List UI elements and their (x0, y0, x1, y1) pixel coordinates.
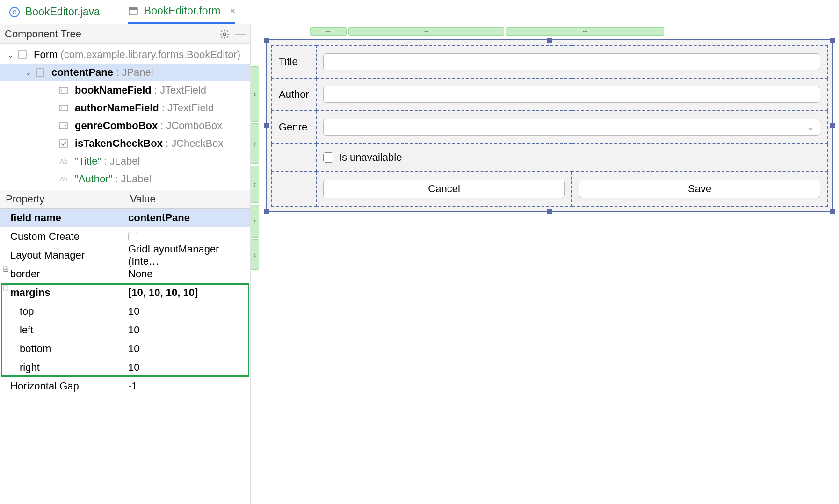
minimize-icon[interactable]: — (235, 28, 246, 40)
panel-title: Component Tree (5, 28, 81, 40)
svg-rect-11 (59, 123, 68, 129)
chevron-down-icon[interactable]: ⌄ (25, 68, 35, 77)
chevron-down-icon[interactable]: ⌄ (7, 50, 17, 59)
form-grid: Title Author Genre (271, 45, 828, 207)
col-size-handle[interactable]: ↔ (348, 27, 504, 36)
horizontal-gutter: ↔ ↔ ↔ (310, 27, 833, 36)
tree-genre-combo[interactable]: genreComboBox : JComboBox (0, 117, 250, 135)
prop-field-name[interactable]: field name contentPane (0, 209, 250, 227)
author-label[interactable]: Author (272, 78, 316, 111)
row-size-handle[interactable]: ↕ (251, 239, 259, 270)
tree-author-label[interactable]: Ab "Author" : JLabel (0, 170, 250, 188)
save-button[interactable]: Save (579, 180, 820, 198)
is-unavailable-checkbox[interactable] (323, 152, 333, 163)
svg-rect-3 (129, 7, 137, 10)
save-cell: Save (572, 172, 827, 206)
textfield-icon (58, 103, 69, 113)
vertical-gutter: ↕ ↕ ↕ ↕ ↕ (251, 24, 260, 504)
title-input[interactable] (323, 53, 820, 70)
panel-icon (35, 68, 46, 77)
empty-cell (272, 144, 316, 172)
svg-rect-6 (36, 69, 44, 76)
prop-horizontal-gap[interactable]: Horizontal Gap -1 (0, 377, 250, 396)
author-input[interactable] (323, 86, 820, 103)
checkbox-icon (58, 139, 69, 148)
col-size-handle[interactable]: ↔ (310, 27, 347, 36)
component-tree-header: Component Tree — (0, 24, 250, 44)
tree-root-form[interactable]: ⌄ Form (com.example.library.forms.BookEd… (0, 46, 250, 64)
chevron-down-icon: ⌄ (807, 122, 814, 132)
editor-tabs-bar: C BookEditor.java BookEditor.form × (0, 0, 839, 24)
prop-margin-left[interactable]: left 10 (0, 321, 250, 339)
combobox-icon (58, 121, 69, 130)
genre-field-cell[interactable]: ⌄ (316, 111, 827, 144)
genre-label[interactable]: Genre (272, 111, 316, 144)
tab-form-file[interactable]: BookEditor.form × (128, 0, 235, 24)
row-size-handle[interactable]: ↕ (251, 123, 259, 164)
row-size-handle[interactable]: ↕ (251, 205, 259, 238)
prop-layout-manager[interactable]: Layout Manager GridLayoutManager (Inte… (0, 246, 250, 265)
row-size-handle[interactable]: ↕ (251, 66, 259, 122)
form-designer: ↕ ↕ ↕ ↕ ↕ ↔ ↔ ↔ (251, 24, 839, 504)
tab-label: BookEditor.form (144, 5, 221, 17)
collapse-icon[interactable]: ⊟ (2, 283, 9, 292)
checkbox-cell[interactable]: Is unavailable (316, 144, 827, 172)
cancel-cell: Cancel (316, 172, 572, 206)
row-size-handle[interactable]: ↕ (251, 166, 259, 203)
title-field-cell[interactable] (316, 45, 827, 78)
genre-combobox[interactable]: ⌄ (323, 119, 820, 136)
properties-panel: Property Value field name contentPane Cu… (0, 190, 250, 504)
selection-handle[interactable] (547, 209, 552, 214)
prop-margin-bottom[interactable]: bottom 10 (0, 339, 250, 358)
tree-author-name-field[interactable]: authorNameField : JTextField (0, 99, 250, 117)
expand-icon[interactable]: ⊞ (2, 265, 9, 274)
empty-cell (272, 172, 316, 206)
left-panel: Component Tree — ⌄ Form (com.example.lib… (0, 24, 251, 504)
tree-book-name-field[interactable]: bookNameField : JTextField (0, 81, 250, 99)
prop-margin-right[interactable]: right 10 (0, 358, 250, 377)
custom-create-checkbox[interactable] (128, 232, 137, 241)
component-tree: ⌄ Form (com.example.library.forms.BookEd… (0, 44, 250, 190)
properties-header: Property Value (0, 190, 250, 209)
selection-handle[interactable] (830, 123, 835, 128)
form-canvas[interactable]: Title Author Genre (266, 39, 833, 212)
svg-rect-9 (59, 105, 68, 111)
prop-margins[interactable]: ⊟ margins [10, 10, 10, 10] (0, 283, 250, 302)
is-unavailable-label: Is unavailable (339, 151, 402, 164)
gear-icon[interactable] (219, 29, 230, 39)
textfield-icon (58, 86, 69, 95)
cancel-button[interactable]: Cancel (323, 180, 565, 198)
prop-border[interactable]: ⊞ border None (0, 265, 250, 283)
prop-margin-top[interactable]: top 10 (0, 302, 250, 321)
title-label[interactable]: Title (272, 45, 316, 78)
tab-java-file[interactable]: C BookEditor.java (9, 0, 100, 24)
form-icon (17, 50, 28, 59)
svg-point-4 (223, 33, 226, 36)
selection-handle[interactable] (264, 209, 269, 214)
svg-rect-5 (19, 51, 26, 58)
svg-rect-12 (60, 140, 67, 147)
author-field-cell[interactable] (316, 78, 827, 111)
tree-is-taken-checkbox[interactable]: isTakenCheckBox : JCheckBox (0, 135, 250, 152)
design-canvas-area: ↔ ↔ ↔ Title (260, 24, 839, 504)
selection-handle[interactable] (264, 123, 269, 128)
selection-handle[interactable] (830, 38, 835, 43)
form-file-icon (128, 6, 138, 16)
close-icon[interactable]: × (230, 6, 235, 16)
label-icon: Ab (58, 157, 69, 166)
selection-handle[interactable] (264, 38, 269, 43)
selection-handle[interactable] (547, 38, 552, 43)
tab-label: BookEditor.java (25, 6, 100, 18)
selection-handle[interactable] (830, 209, 835, 214)
class-file-icon: C (9, 7, 20, 17)
svg-text:C: C (12, 9, 17, 16)
svg-rect-7 (59, 87, 68, 93)
label-icon: Ab (58, 174, 69, 184)
tree-title-label[interactable]: Ab "Title" : JLabel (0, 152, 250, 170)
col-size-handle[interactable]: ↔ (506, 27, 664, 36)
tree-content-pane[interactable]: ⌄ contentPane : JPanel (0, 64, 250, 81)
